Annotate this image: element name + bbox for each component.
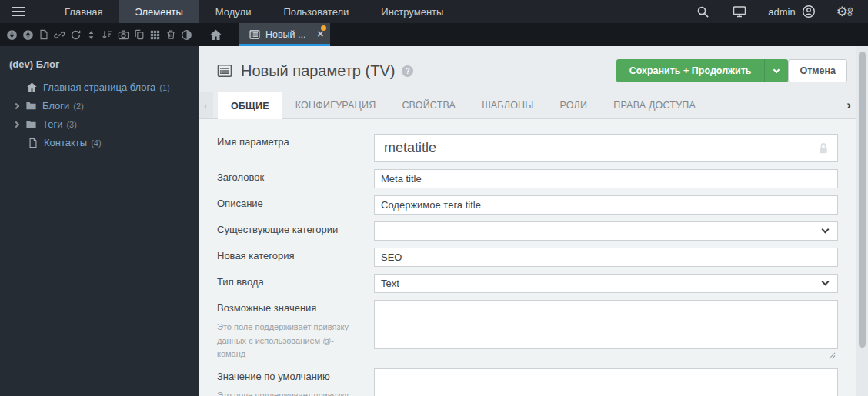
form-row: Новая категория: [217, 248, 838, 267]
page-header: Новый параметр (TV) ? Сохранить + Продол…: [199, 46, 856, 91]
tabs-scroll-left-icon[interactable]: ‹: [199, 92, 213, 118]
contrast-icon[interactable]: [179, 29, 195, 41]
folder-icon: [25, 100, 37, 111]
sidebar-item-contacts[interactable]: Контакты (4): [9, 137, 189, 148]
chevron-right-icon[interactable]: [13, 102, 19, 108]
resize-handle-icon[interactable]: [829, 352, 836, 359]
context-title: (dev) Блог: [9, 58, 189, 70]
tv-name-input[interactable]: [374, 134, 838, 162]
settings-gears-icon[interactable]: ⚙ ⚙ ⚙: [826, 5, 860, 18]
chevron-right-icon[interactable]: [13, 121, 19, 127]
field-help-text: Это поле поддерживает привязку данных с …: [217, 321, 360, 361]
tree-item-label: Контакты: [44, 137, 87, 148]
tv-caption-input[interactable]: [374, 169, 838, 188]
resource-tree: (dev) Блог Главная страница блога (1) Бл…: [0, 46, 199, 396]
tree-item-label: Теги: [42, 118, 62, 130]
nav-item-tools[interactable]: Инструменты: [365, 0, 459, 23]
resource-id: (4): [91, 138, 101, 148]
field-label: Описание: [217, 198, 360, 209]
vertical-scrollbar[interactable]: [856, 46, 868, 396]
cancel-button[interactable]: Отмена: [788, 59, 847, 82]
default-value-textarea[interactable]: [374, 368, 838, 396]
list-alt-icon: [249, 29, 260, 40]
field-label: Значение по умолчанию: [217, 371, 360, 382]
resource-id: (3): [66, 120, 76, 129]
new-category-input[interactable]: [374, 248, 838, 267]
tree-toolbar: [0, 23, 199, 46]
resource-id: (2): [73, 101, 83, 111]
grid-icon[interactable]: [147, 30, 163, 40]
form-row: Значение по умолчанию Это поле поддержив…: [217, 368, 838, 396]
trash-icon[interactable]: [163, 29, 179, 40]
nav-item-modules[interactable]: Модули: [199, 0, 268, 23]
duplicate-icon[interactable]: [131, 29, 147, 40]
field-help-text: Это поле поддерживает привязку данных с …: [217, 389, 360, 396]
sort-amount-icon[interactable]: [99, 29, 115, 40]
tabs-scroll-right-icon[interactable]: ›: [846, 92, 851, 118]
form-row: Существующие категории: [217, 221, 838, 241]
tab-general[interactable]: ОБЩИЕ: [218, 92, 282, 119]
field-label: Существующие категории: [217, 224, 360, 235]
arrow-circle-down-icon[interactable]: [4, 29, 20, 41]
field-label: Тип ввода: [217, 276, 360, 288]
user-avatar-icon: [802, 5, 816, 18]
user-menu[interactable]: admin: [758, 5, 825, 18]
form-row: Заголовок: [217, 169, 838, 188]
field-label: Возможные значения: [217, 302, 360, 314]
field-label: Имя параметра: [217, 136, 360, 148]
tab-access-rights[interactable]: ПРАВА ДОСТУПА: [600, 92, 709, 118]
document-tab-label: Новый ...: [265, 29, 305, 40]
sort-icon[interactable]: [83, 30, 99, 40]
chevron-down-icon: [822, 226, 830, 234]
menu-toggle-icon[interactable]: [12, 0, 25, 23]
tree-item-label: Блоги: [42, 100, 69, 111]
page-title: Новый параметр (TV): [241, 62, 395, 80]
unsaved-changes-dot: [321, 25, 326, 31]
camera-icon[interactable]: [115, 29, 132, 41]
link-icon[interactable]: [52, 29, 68, 41]
tv-list-alt-icon: [217, 63, 232, 78]
tab-templates[interactable]: ШАБЛОНЫ: [469, 92, 546, 118]
tab-roles[interactable]: РОЛИ: [547, 92, 601, 118]
tv-description-input[interactable]: [374, 195, 838, 215]
tree-toolbar-strip: Новый ... ×: [0, 23, 868, 46]
save-continue-button[interactable]: Сохранить + Продолжить: [616, 59, 765, 82]
input-type-select[interactable]: Text: [374, 274, 838, 293]
lock-icon: [816, 141, 830, 155]
main-content: Новый параметр (TV) ? Сохранить + Продол…: [199, 46, 868, 396]
search-icon[interactable]: [685, 5, 721, 18]
sidebar-item-tags[interactable]: Теги (3): [9, 118, 189, 130]
main-menu: Главная Элементы Модули Пользователи Инс…: [48, 0, 459, 23]
save-options-dropdown-button[interactable]: [764, 59, 788, 82]
form-tabs: ‹ ОБЩИЕ КОНФИГУРАЦИЯ СВОЙСТВА ШАБЛОНЫ РО…: [199, 92, 856, 119]
tv-form: Имя параметра Заголовок Описание: [199, 119, 856, 396]
sidebar-item-blog-home[interactable]: Главная страница блога (1): [9, 82, 189, 93]
folder-icon: [25, 118, 37, 130]
file-icon: [28, 138, 38, 148]
arrow-circle-up-icon[interactable]: [20, 29, 36, 41]
document-tab[interactable]: Новый ... ×: [239, 23, 330, 46]
refresh-icon[interactable]: [68, 29, 84, 41]
navbar-right: admin ⚙ ⚙ ⚙: [685, 0, 868, 23]
select-value: Text: [381, 278, 399, 289]
field-label: Заголовок: [217, 171, 360, 183]
help-icon[interactable]: ?: [402, 65, 413, 77]
form-row: Имя параметра: [217, 134, 838, 162]
preview-monitor-icon[interactable]: [721, 5, 758, 18]
tab-properties[interactable]: СВОЙСТВА: [389, 92, 469, 118]
nav-item-dashboard[interactable]: Главная: [48, 0, 119, 23]
tab-configuration[interactable]: КОНФИГУРАЦИЯ: [282, 92, 389, 118]
resource-id: (1): [159, 83, 169, 92]
possible-values-textarea[interactable]: [374, 300, 838, 349]
username-label: admin: [768, 6, 795, 18]
sidebar-item-blogs[interactable]: Блоги (2): [9, 100, 189, 111]
existing-category-select[interactable]: [374, 221, 838, 241]
home-icon: [26, 82, 38, 93]
chevron-down-icon: [822, 278, 830, 286]
form-row: Возможные значения Это поле поддерживает…: [217, 300, 838, 361]
scrollbar-thumb[interactable]: [859, 52, 866, 348]
nav-item-users[interactable]: Пользователи: [267, 0, 365, 23]
home-tab-icon[interactable]: [199, 23, 233, 46]
new-document-icon[interactable]: [35, 29, 52, 40]
nav-item-elements[interactable]: Элементы: [119, 0, 199, 23]
